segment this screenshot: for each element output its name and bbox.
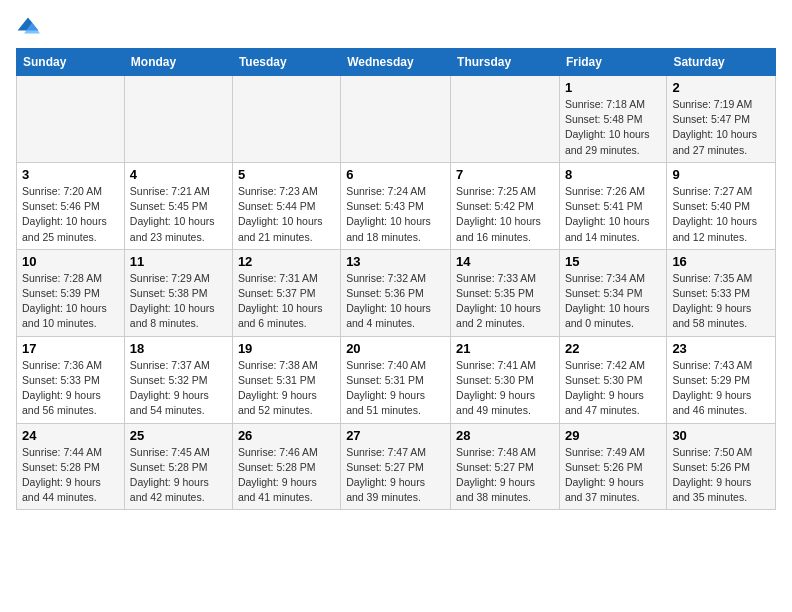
calendar-cell: 27Sunrise: 7:47 AMSunset: 5:27 PMDayligh… xyxy=(341,423,451,510)
day-number: 3 xyxy=(22,167,119,182)
calendar-cell: 26Sunrise: 7:46 AMSunset: 5:28 PMDayligh… xyxy=(232,423,340,510)
day-number: 4 xyxy=(130,167,227,182)
header-row: SundayMondayTuesdayWednesdayThursdayFrid… xyxy=(17,49,776,76)
day-info: Sunrise: 7:31 AMSunset: 5:37 PMDaylight:… xyxy=(238,271,335,332)
week-row-4: 17Sunrise: 7:36 AMSunset: 5:33 PMDayligh… xyxy=(17,336,776,423)
day-info: Sunrise: 7:37 AMSunset: 5:32 PMDaylight:… xyxy=(130,358,227,419)
calendar-cell xyxy=(232,76,340,163)
calendar-cell: 22Sunrise: 7:42 AMSunset: 5:30 PMDayligh… xyxy=(559,336,666,423)
header xyxy=(16,16,776,40)
calendar-cell: 7Sunrise: 7:25 AMSunset: 5:42 PMDaylight… xyxy=(451,162,560,249)
day-number: 25 xyxy=(130,428,227,443)
calendar-body: 1Sunrise: 7:18 AMSunset: 5:48 PMDaylight… xyxy=(17,76,776,510)
calendar-cell: 30Sunrise: 7:50 AMSunset: 5:26 PMDayligh… xyxy=(667,423,776,510)
day-number: 7 xyxy=(456,167,554,182)
day-number: 13 xyxy=(346,254,445,269)
day-info: Sunrise: 7:21 AMSunset: 5:45 PMDaylight:… xyxy=(130,184,227,245)
day-number: 24 xyxy=(22,428,119,443)
day-info: Sunrise: 7:47 AMSunset: 5:27 PMDaylight:… xyxy=(346,445,445,506)
day-info: Sunrise: 7:44 AMSunset: 5:28 PMDaylight:… xyxy=(22,445,119,506)
week-row-3: 10Sunrise: 7:28 AMSunset: 5:39 PMDayligh… xyxy=(17,249,776,336)
calendar-cell: 18Sunrise: 7:37 AMSunset: 5:32 PMDayligh… xyxy=(124,336,232,423)
day-number: 11 xyxy=(130,254,227,269)
day-info: Sunrise: 7:20 AMSunset: 5:46 PMDaylight:… xyxy=(22,184,119,245)
day-number: 1 xyxy=(565,80,661,95)
day-number: 9 xyxy=(672,167,770,182)
day-number: 6 xyxy=(346,167,445,182)
day-number: 10 xyxy=(22,254,119,269)
calendar-cell xyxy=(124,76,232,163)
day-number: 29 xyxy=(565,428,661,443)
week-row-1: 1Sunrise: 7:18 AMSunset: 5:48 PMDaylight… xyxy=(17,76,776,163)
header-saturday: Saturday xyxy=(667,49,776,76)
calendar-cell: 10Sunrise: 7:28 AMSunset: 5:39 PMDayligh… xyxy=(17,249,125,336)
week-row-5: 24Sunrise: 7:44 AMSunset: 5:28 PMDayligh… xyxy=(17,423,776,510)
day-info: Sunrise: 7:49 AMSunset: 5:26 PMDaylight:… xyxy=(565,445,661,506)
header-friday: Friday xyxy=(559,49,666,76)
calendar-cell: 20Sunrise: 7:40 AMSunset: 5:31 PMDayligh… xyxy=(341,336,451,423)
calendar-cell xyxy=(17,76,125,163)
day-info: Sunrise: 7:18 AMSunset: 5:48 PMDaylight:… xyxy=(565,97,661,158)
calendar-cell: 21Sunrise: 7:41 AMSunset: 5:30 PMDayligh… xyxy=(451,336,560,423)
day-number: 8 xyxy=(565,167,661,182)
calendar-cell: 17Sunrise: 7:36 AMSunset: 5:33 PMDayligh… xyxy=(17,336,125,423)
day-number: 20 xyxy=(346,341,445,356)
calendar-cell: 1Sunrise: 7:18 AMSunset: 5:48 PMDaylight… xyxy=(559,76,666,163)
day-info: Sunrise: 7:42 AMSunset: 5:30 PMDaylight:… xyxy=(565,358,661,419)
calendar-cell: 13Sunrise: 7:32 AMSunset: 5:36 PMDayligh… xyxy=(341,249,451,336)
day-info: Sunrise: 7:26 AMSunset: 5:41 PMDaylight:… xyxy=(565,184,661,245)
calendar-cell: 9Sunrise: 7:27 AMSunset: 5:40 PMDaylight… xyxy=(667,162,776,249)
header-sunday: Sunday xyxy=(17,49,125,76)
calendar-cell xyxy=(451,76,560,163)
logo xyxy=(16,16,44,40)
day-info: Sunrise: 7:25 AMSunset: 5:42 PMDaylight:… xyxy=(456,184,554,245)
day-info: Sunrise: 7:29 AMSunset: 5:38 PMDaylight:… xyxy=(130,271,227,332)
day-number: 30 xyxy=(672,428,770,443)
day-number: 28 xyxy=(456,428,554,443)
calendar-cell: 25Sunrise: 7:45 AMSunset: 5:28 PMDayligh… xyxy=(124,423,232,510)
day-info: Sunrise: 7:28 AMSunset: 5:39 PMDaylight:… xyxy=(22,271,119,332)
week-row-2: 3Sunrise: 7:20 AMSunset: 5:46 PMDaylight… xyxy=(17,162,776,249)
day-info: Sunrise: 7:38 AMSunset: 5:31 PMDaylight:… xyxy=(238,358,335,419)
day-number: 26 xyxy=(238,428,335,443)
calendar-cell: 14Sunrise: 7:33 AMSunset: 5:35 PMDayligh… xyxy=(451,249,560,336)
day-info: Sunrise: 7:46 AMSunset: 5:28 PMDaylight:… xyxy=(238,445,335,506)
day-number: 15 xyxy=(565,254,661,269)
calendar-cell: 15Sunrise: 7:34 AMSunset: 5:34 PMDayligh… xyxy=(559,249,666,336)
calendar-cell: 16Sunrise: 7:35 AMSunset: 5:33 PMDayligh… xyxy=(667,249,776,336)
day-info: Sunrise: 7:40 AMSunset: 5:31 PMDaylight:… xyxy=(346,358,445,419)
calendar-cell: 2Sunrise: 7:19 AMSunset: 5:47 PMDaylight… xyxy=(667,76,776,163)
day-number: 22 xyxy=(565,341,661,356)
day-number: 21 xyxy=(456,341,554,356)
day-info: Sunrise: 7:23 AMSunset: 5:44 PMDaylight:… xyxy=(238,184,335,245)
calendar-cell: 28Sunrise: 7:48 AMSunset: 5:27 PMDayligh… xyxy=(451,423,560,510)
day-info: Sunrise: 7:45 AMSunset: 5:28 PMDaylight:… xyxy=(130,445,227,506)
calendar-cell: 11Sunrise: 7:29 AMSunset: 5:38 PMDayligh… xyxy=(124,249,232,336)
logo-icon xyxy=(16,16,40,40)
day-number: 5 xyxy=(238,167,335,182)
calendar-cell: 23Sunrise: 7:43 AMSunset: 5:29 PMDayligh… xyxy=(667,336,776,423)
day-number: 19 xyxy=(238,341,335,356)
day-info: Sunrise: 7:48 AMSunset: 5:27 PMDaylight:… xyxy=(456,445,554,506)
header-tuesday: Tuesday xyxy=(232,49,340,76)
calendar-cell: 5Sunrise: 7:23 AMSunset: 5:44 PMDaylight… xyxy=(232,162,340,249)
calendar-cell xyxy=(341,76,451,163)
calendar-cell: 19Sunrise: 7:38 AMSunset: 5:31 PMDayligh… xyxy=(232,336,340,423)
day-info: Sunrise: 7:24 AMSunset: 5:43 PMDaylight:… xyxy=(346,184,445,245)
calendar-cell: 4Sunrise: 7:21 AMSunset: 5:45 PMDaylight… xyxy=(124,162,232,249)
day-info: Sunrise: 7:41 AMSunset: 5:30 PMDaylight:… xyxy=(456,358,554,419)
header-thursday: Thursday xyxy=(451,49,560,76)
day-info: Sunrise: 7:43 AMSunset: 5:29 PMDaylight:… xyxy=(672,358,770,419)
day-number: 27 xyxy=(346,428,445,443)
day-number: 16 xyxy=(672,254,770,269)
calendar-header: SundayMondayTuesdayWednesdayThursdayFrid… xyxy=(17,49,776,76)
day-info: Sunrise: 7:36 AMSunset: 5:33 PMDaylight:… xyxy=(22,358,119,419)
day-info: Sunrise: 7:50 AMSunset: 5:26 PMDaylight:… xyxy=(672,445,770,506)
day-info: Sunrise: 7:32 AMSunset: 5:36 PMDaylight:… xyxy=(346,271,445,332)
day-info: Sunrise: 7:33 AMSunset: 5:35 PMDaylight:… xyxy=(456,271,554,332)
day-number: 23 xyxy=(672,341,770,356)
day-info: Sunrise: 7:35 AMSunset: 5:33 PMDaylight:… xyxy=(672,271,770,332)
calendar-table: SundayMondayTuesdayWednesdayThursdayFrid… xyxy=(16,48,776,510)
day-number: 2 xyxy=(672,80,770,95)
day-info: Sunrise: 7:27 AMSunset: 5:40 PMDaylight:… xyxy=(672,184,770,245)
